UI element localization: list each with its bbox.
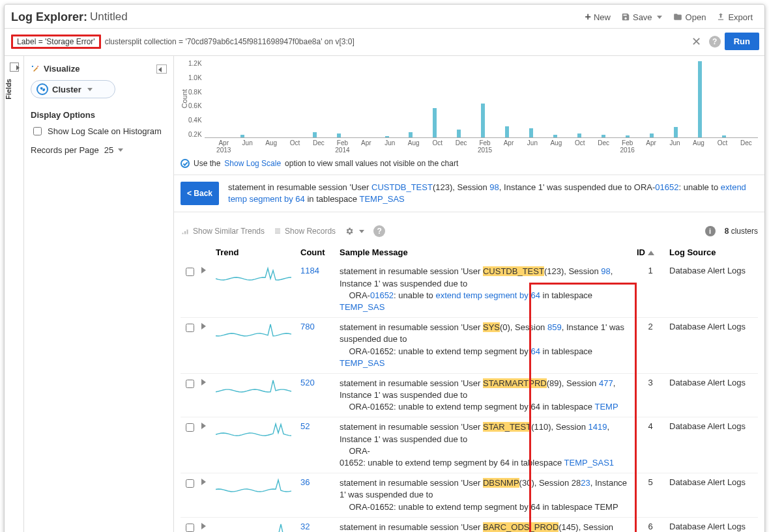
sample-message-cell: statement in resumable session 'User STA…: [337, 373, 634, 417]
wand-icon: [31, 64, 40, 74]
fields-rail: Fields: [5, 56, 24, 532]
count-link[interactable]: 520: [300, 378, 315, 387]
expand-row-icon[interactable]: [201, 479, 206, 485]
row-checkbox[interactable]: [186, 380, 194, 388]
help-icon[interactable]: ?: [709, 36, 721, 48]
count-link[interactable]: 52: [300, 421, 310, 431]
back-button[interactable]: < Back: [181, 182, 219, 205]
caret-down-icon: [359, 230, 364, 233]
row-checkbox[interactable]: [186, 524, 194, 532]
cluster-toolbar: Show Similar Trends Show Records ? i 8 c…: [181, 219, 758, 244]
fields-label[interactable]: Fields: [5, 79, 12, 100]
show-records-button[interactable]: Show Records: [274, 227, 336, 236]
save-icon: [621, 12, 630, 21]
expand-row-icon[interactable]: [201, 379, 206, 385]
row-checkbox[interactable]: [186, 268, 194, 276]
trend-cell: [213, 517, 298, 532]
table-row: 780statement in resumable session 'User …: [181, 318, 758, 374]
main-content: Count 1.2K1.0K0.8K0.6K0.4K0.2K Apr 2013J…: [174, 56, 764, 532]
log-source-cell: Database Alert Logs: [667, 517, 758, 532]
folder-open-icon: [673, 12, 683, 21]
title-name: Untitled: [90, 10, 128, 23]
save-button[interactable]: Save: [616, 10, 667, 25]
query-text[interactable]: clustersplit collection = '70cd879ab6c14…: [105, 37, 355, 46]
trend-cell: [213, 417, 298, 473]
id-cell: 4: [634, 417, 667, 473]
y-axis-ticks: 1.2K1.0K0.8K0.6K0.4K0.2K: [188, 60, 205, 138]
show-similar-trends-button[interactable]: Show Similar Trends: [181, 227, 265, 236]
help-icon[interactable]: ?: [373, 225, 385, 237]
row-checkbox[interactable]: [186, 423, 194, 432]
cluster-selector[interactable]: Cluster: [31, 80, 115, 98]
new-button[interactable]: + New: [580, 8, 616, 25]
collapse-panel-icon[interactable]: [156, 64, 167, 74]
log-scale-checkbox[interactable]: Show Log Scale on Histogram: [31, 125, 167, 137]
sort-asc-icon: [648, 251, 654, 255]
clear-query-icon[interactable]: ✕: [688, 35, 705, 49]
settings-menu[interactable]: [345, 227, 364, 236]
svg-point-0: [32, 65, 33, 66]
query-highlighted-chip[interactable]: Label = 'Storage Error': [11, 35, 101, 49]
col-sample[interactable]: Sample Message: [337, 244, 634, 262]
export-icon: [716, 12, 725, 21]
export-button[interactable]: Export: [711, 10, 758, 25]
count-link[interactable]: 1184: [300, 266, 319, 275]
app-header: Log Explorer: Untitled + New Save Open E…: [5, 5, 764, 29]
id-cell: 6: [634, 517, 667, 532]
count-link[interactable]: 32: [300, 522, 310, 531]
col-count[interactable]: Count: [298, 244, 337, 262]
sample-message-cell: statement in resumable session 'User CUS…: [337, 262, 634, 318]
show-log-scale-link[interactable]: Show Log Scale: [224, 159, 281, 168]
visualize-label: Visualize: [44, 64, 80, 74]
log-source-cell: Database Alert Logs: [667, 417, 758, 473]
info-icon[interactable]: i: [705, 226, 716, 236]
x-axis-ticks: Apr 2013JunAugOctDecFeb 2014AprJunAugOct…: [212, 139, 758, 154]
log-source-cell: Database Alert Logs: [667, 373, 758, 417]
expand-row-icon[interactable]: [201, 423, 206, 429]
id-cell: 2: [634, 318, 667, 374]
table-row: 36statement in resumable session 'User D…: [181, 473, 758, 518]
log-source-cell: Database Alert Logs: [667, 262, 758, 318]
visualize-panel: Visualize Cluster Display Options Show L…: [24, 56, 174, 532]
histogram-chart: Count 1.2K1.0K0.8K0.6K0.4K0.2K: [181, 60, 758, 138]
clusters-table: Trend Count Sample Message ID Log Source…: [181, 244, 758, 532]
y-axis-label: Count: [181, 89, 188, 108]
chart-hint: Use the Show Log Scale option to view sm…: [181, 159, 758, 168]
table-row: 52statement in resumable session 'User S…: [181, 417, 758, 473]
trend-cell: [213, 373, 298, 417]
trend-cell: [213, 318, 298, 374]
expand-row-icon[interactable]: [201, 523, 206, 529]
caret-down-icon: [118, 148, 123, 152]
expand-fields-icon[interactable]: [10, 63, 19, 72]
count-link[interactable]: 36: [300, 477, 310, 487]
cluster-icon: [36, 83, 48, 95]
gear-icon: [345, 227, 354, 236]
id-cell: 1: [634, 262, 667, 318]
sample-message-cell: statement in resumable session 'User BAR…: [337, 517, 634, 532]
col-trend[interactable]: Trend: [213, 244, 298, 262]
table-row: 32statement in resumable session 'User B…: [181, 517, 758, 532]
records-per-page-label: Records per Page: [31, 145, 99, 155]
svg-point-1: [37, 66, 38, 67]
log-scale-input[interactable]: [33, 127, 42, 135]
table-row: 520statement in resumable session 'User …: [181, 373, 758, 417]
col-id[interactable]: ID: [634, 244, 667, 262]
trend-cell: [213, 262, 298, 318]
log-source-cell: Database Alert Logs: [667, 473, 758, 518]
title-prefix: Log Explorer:: [11, 10, 87, 24]
expand-row-icon[interactable]: [201, 267, 206, 273]
col-source[interactable]: Log Source: [667, 244, 758, 262]
id-cell: 5: [634, 473, 667, 518]
plus-icon: +: [585, 11, 591, 23]
run-button[interactable]: Run: [725, 33, 759, 50]
row-checkbox[interactable]: [186, 324, 194, 332]
count-link[interactable]: 780: [300, 322, 315, 331]
expand-row-icon[interactable]: [201, 323, 206, 329]
display-options-heading: Display Options: [31, 110, 167, 120]
records-per-page-select[interactable]: 25: [104, 145, 123, 155]
query-bar: Label = 'Storage Error' clustersplit col…: [5, 29, 764, 56]
row-checkbox[interactable]: [186, 479, 194, 488]
detail-message: statement in resumable session 'User CUS…: [228, 182, 758, 205]
open-button[interactable]: Open: [667, 10, 712, 25]
chart-plot-area[interactable]: [205, 60, 758, 138]
